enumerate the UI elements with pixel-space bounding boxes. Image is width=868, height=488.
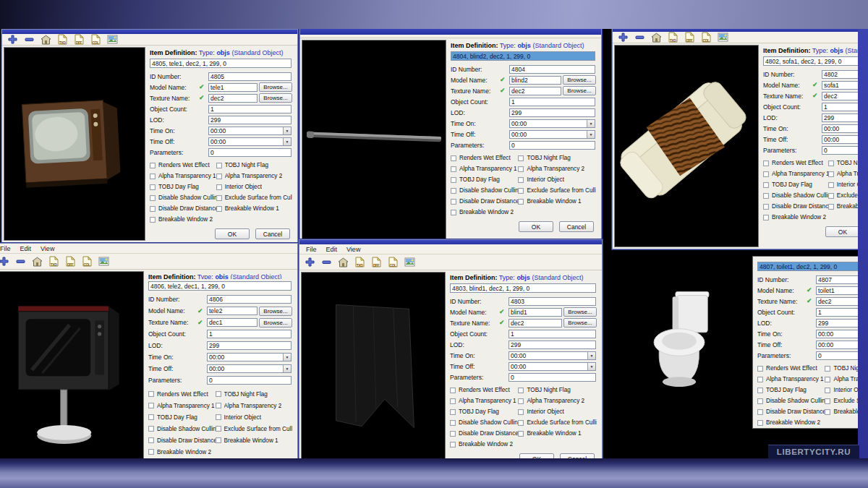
lod-input[interactable]: 299 [509, 108, 595, 117]
checkbox-item[interactable]: Breakable Window 2 [757, 417, 825, 428]
checkbox-item[interactable]: Disable Draw Distance [757, 406, 825, 417]
checkbox[interactable] [450, 442, 456, 448]
checkbox-item[interactable]: Alpha Transparency 1 [763, 168, 828, 179]
checkbox[interactable] [518, 177, 524, 183]
checkbox[interactable] [216, 195, 222, 201]
menu-edit[interactable]: Edit [20, 245, 32, 252]
checkbox[interactable] [763, 193, 769, 199]
txd-file-icon[interactable]: TXD [48, 256, 59, 267]
model-preview-sofa1[interactable] [614, 45, 759, 247]
checkbox[interactable] [216, 391, 221, 397]
lod-input[interactable]: 299 [509, 341, 596, 349]
model-name-input[interactable]: tele2 [207, 307, 258, 315]
checkbox[interactable] [518, 199, 524, 205]
checkbox-item[interactable]: Breakable Window 1 [518, 196, 596, 207]
home-icon[interactable] [337, 257, 349, 268]
definition-string-input[interactable]: 4806, tele2, dec1, 1, 299, 0 [148, 281, 292, 291]
definition-string-input[interactable]: 4803, blind1, dec2, 1, 299, 0 [450, 283, 596, 293]
checkbox[interactable] [451, 199, 456, 205]
checkbox[interactable] [450, 420, 456, 426]
time-off-select[interactable]: 00:00 ▼ [509, 130, 595, 139]
time-on-select[interactable]: 00:00 ▼ [208, 127, 292, 135]
checkbox[interactable] [825, 388, 830, 393]
checkbox-item[interactable]: TOBJ Day Flag [148, 411, 216, 423]
checkbox-item[interactable]: Alpha Transparency 2 [518, 395, 597, 406]
dff-file-icon[interactable]: DFF [73, 34, 85, 46]
model-browse-button[interactable]: Browse... [259, 307, 292, 316]
checkbox[interactable] [450, 431, 456, 437]
col-file-icon[interactable]: COL [81, 256, 93, 267]
add-item-icon[interactable] [7, 34, 18, 46]
checkbox[interactable] [757, 377, 763, 382]
checkbox[interactable] [216, 206, 222, 212]
checkbox-item[interactable]: TOBJ Night Flag [216, 388, 292, 400]
time-off-select[interactable]: 00:00 ▼ [208, 137, 292, 146]
checkbox-item[interactable]: Disable Draw Distance [763, 201, 828, 212]
checkbox-item[interactable]: TOBJ Night Flag [216, 160, 292, 171]
ok-button[interactable]: OK [825, 226, 860, 237]
checkbox[interactable] [451, 210, 456, 215]
checkbox[interactable] [216, 414, 221, 420]
checkbox[interactable] [825, 377, 830, 382]
cancel-button[interactable]: Cancel [559, 221, 594, 232]
time-on-dropdown-arrow[interactable]: ▼ [587, 352, 595, 359]
id-number-input[interactable]: 4804 [509, 65, 595, 74]
checkbox[interactable] [825, 366, 830, 372]
checkbox[interactable] [518, 409, 524, 415]
model-browse-button[interactable]: Browse... [259, 82, 292, 92]
checkbox[interactable] [757, 409, 763, 415]
time-off-select[interactable]: 00:00 ▼ [509, 362, 596, 371]
texture-name-input[interactable]: dec2 [509, 319, 562, 328]
checkbox[interactable] [150, 206, 156, 212]
time-on-dropdown-arrow[interactable]: ▼ [283, 354, 291, 361]
checkbox[interactable] [150, 184, 156, 190]
object-count-input[interactable]: 1 [208, 105, 292, 114]
definition-string-input[interactable]: 4805, tele1, dec2, 1, 299, 0 [150, 59, 292, 68]
lod-input[interactable]: 299 [208, 116, 292, 124]
menu-file[interactable]: File [306, 246, 317, 253]
menu-edit[interactable]: Edit [326, 246, 338, 253]
time-off-dropdown-arrow[interactable]: ▼ [587, 363, 595, 370]
checkbox-item[interactable]: Alpha Transparency 1 [450, 395, 518, 406]
object-count-input[interactable]: 1 [509, 330, 596, 338]
texture-browse-button[interactable]: Browse... [259, 318, 292, 328]
checkbox[interactable] [828, 193, 834, 199]
checkbox-item[interactable]: Exclude Surface from Culling [518, 185, 596, 196]
checkbox-item[interactable]: Alpha Transparency 1 [150, 171, 216, 181]
texture-name-input[interactable]: dec2 [509, 87, 561, 95]
model-name-input[interactable]: blind2 [509, 76, 561, 85]
checkbox[interactable] [518, 188, 524, 194]
image-icon[interactable] [98, 256, 109, 267]
texture-browse-button[interactable]: Browse... [563, 318, 597, 328]
menu-view[interactable]: View [41, 245, 54, 252]
id-number-input[interactable]: 4803 [509, 297, 596, 306]
checkbox[interactable] [518, 155, 524, 161]
checkbox-item[interactable]: Disable Draw Distance [148, 435, 216, 446]
model-preview-blind1[interactable] [301, 272, 446, 468]
checkbox[interactable] [518, 431, 524, 437]
checkbox[interactable] [148, 449, 154, 455]
model-name-input[interactable]: tele1 [208, 83, 258, 92]
checkbox-item[interactable]: Renders Wet Effect [150, 160, 216, 171]
cancel-button[interactable]: Cancel [255, 228, 290, 239]
checkbox[interactable] [150, 174, 156, 179]
checkbox[interactable] [216, 437, 221, 443]
checkbox-item[interactable]: Disable Shadow Culling [148, 423, 216, 435]
home-icon[interactable] [40, 34, 51, 46]
checkbox[interactable] [825, 409, 830, 415]
home-icon[interactable] [31, 256, 43, 267]
checkbox[interactable] [763, 160, 769, 166]
dff-file-icon[interactable]: DFF [684, 32, 695, 43]
checkbox[interactable] [451, 166, 456, 172]
add-item-icon[interactable] [304, 257, 315, 268]
checkbox[interactable] [148, 437, 154, 443]
checkbox-item[interactable]: Renders Wet Effect [763, 158, 828, 168]
checkbox-item[interactable]: Alpha Transparency 1 [451, 163, 518, 174]
checkbox-item[interactable]: Interior Object [518, 406, 597, 417]
checkbox-item[interactable]: TOBJ Night Flag [518, 385, 597, 395]
checkbox-item[interactable]: Alpha Transparency 1 [148, 400, 216, 411]
checkbox[interactable] [828, 182, 834, 188]
time-on-select[interactable]: 00:00 ▼ [509, 119, 595, 128]
checkbox-item[interactable]: Alpha Transparency 1 [757, 374, 825, 385]
checkbox-item[interactable]: Renders Wet Effect [450, 385, 518, 395]
